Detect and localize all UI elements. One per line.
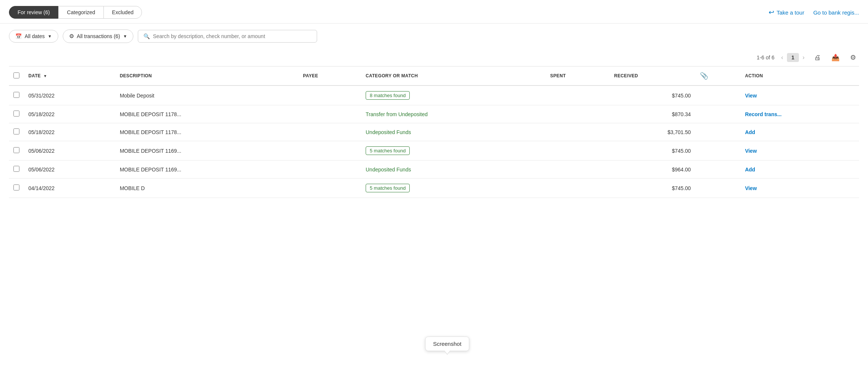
go-to-bank-link[interactable]: Go to bank regis...	[813, 9, 859, 16]
row-attachment-5	[695, 179, 741, 198]
row-payee-4	[298, 161, 361, 179]
row-checkbox-4[interactable]	[13, 166, 19, 172]
matches-badge-5[interactable]: 5 matches found	[366, 184, 410, 192]
action-link-2[interactable]: Add	[745, 129, 755, 135]
take-tour-link[interactable]: ↩ Take a tour	[769, 8, 804, 16]
table-row: 05/18/2022MOBILE DEPOSIT 1178...Undeposi…	[9, 123, 859, 141]
row-description-2: MOBILE DEPOSIT 1178...	[115, 123, 299, 141]
transactions-table: DATE ▼ DESCRIPTION PAYEE CATEGORY OR MAT…	[9, 66, 859, 198]
matches-badge-3[interactable]: 5 matches found	[366, 146, 410, 155]
row-action-2: Add	[741, 123, 859, 141]
action-link-4[interactable]: Add	[745, 167, 755, 173]
table-row: 05/06/2022MOBILE DEPOSIT 1169...5 matche…	[9, 141, 859, 161]
chevron-down-icon-2: ▼	[123, 34, 127, 38]
tour-icon: ↩	[769, 8, 774, 16]
calendar-icon: 📅	[15, 33, 22, 39]
row-checkbox-1[interactable]	[13, 111, 19, 117]
row-attachment-0	[695, 86, 741, 105]
page-range: 1-6 of 6	[757, 55, 774, 61]
date-filter-label: All dates	[25, 33, 45, 39]
export-button[interactable]: 📤	[828, 52, 843, 63]
row-category-3[interactable]: 5 matches found	[361, 141, 546, 161]
row-description-3: MOBILE DEPOSIT 1169...	[115, 141, 299, 161]
row-date-2: 05/18/2022	[24, 123, 115, 141]
row-date-0: 05/31/2022	[24, 86, 115, 105]
action-link-3[interactable]: View	[745, 148, 757, 154]
row-category-5[interactable]: 5 matches found	[361, 179, 546, 198]
row-attachment-4	[695, 161, 741, 179]
tab-categorized[interactable]: Categorized	[58, 6, 104, 19]
row-spent-2	[546, 123, 610, 141]
row-description-5: MOBILE D	[115, 179, 299, 198]
row-checkbox-2[interactable]	[13, 128, 19, 134]
row-received-2: $3,701.50	[610, 123, 695, 141]
row-checkbox-cell	[9, 105, 24, 123]
row-date-4: 05/06/2022	[24, 161, 115, 179]
table-row: 05/18/2022MOBILE DEPOSIT 1178...Transfer…	[9, 105, 859, 123]
row-checkbox-cell	[9, 86, 24, 105]
row-received-0: $745.00	[610, 86, 695, 105]
transactions-filter-button[interactable]: ⚙ All transactions (6) ▼	[63, 30, 134, 43]
transactions-table-container: DATE ▼ DESCRIPTION PAYEE CATEGORY OR MAT…	[0, 66, 868, 198]
row-action-4: Add	[741, 161, 859, 179]
table-settings-button[interactable]: ⚙	[847, 52, 859, 63]
row-received-4: $964.00	[610, 161, 695, 179]
th-spent: SPENT	[546, 66, 610, 86]
table-header-row: DATE ▼ DESCRIPTION PAYEE CATEGORY OR MAT…	[9, 66, 859, 86]
row-date-3: 05/06/2022	[24, 141, 115, 161]
th-attachment: 📎	[695, 66, 741, 86]
row-category-0[interactable]: 8 matches found	[361, 86, 546, 105]
select-all-checkbox[interactable]	[13, 72, 19, 78]
row-spent-3	[546, 141, 610, 161]
row-spent-0	[546, 86, 610, 105]
row-attachment-3	[695, 141, 741, 161]
row-checkbox-cell	[9, 123, 24, 141]
row-checkbox-3[interactable]	[13, 147, 19, 153]
row-checkbox-5[interactable]	[13, 184, 19, 190]
row-received-1: $870.34	[610, 105, 695, 123]
th-date[interactable]: DATE ▼	[24, 66, 115, 86]
print-button[interactable]: 🖨	[811, 52, 824, 63]
sort-icon: ▼	[43, 74, 47, 78]
pagination-bar: 1-6 of 6 ‹ 1 › 🖨 📤 ⚙	[0, 49, 868, 66]
row-description-0: Mobile Deposit	[115, 86, 299, 105]
action-link-0[interactable]: View	[745, 93, 757, 99]
matches-badge-0[interactable]: 8 matches found	[366, 91, 410, 100]
row-date-5: 04/14/2022	[24, 179, 115, 198]
row-payee-5	[298, 179, 361, 198]
row-checkbox-cell	[9, 161, 24, 179]
tab-group: For review (6) Categorized Excluded	[9, 6, 142, 19]
current-page[interactable]: 1	[787, 53, 799, 62]
row-payee-1	[298, 105, 361, 123]
search-icon: 🔍	[143, 33, 150, 39]
chevron-down-icon: ▼	[48, 34, 52, 38]
action-link-1[interactable]: Record trans...	[745, 111, 782, 117]
th-category: CATEGORY OR MATCH	[361, 66, 546, 86]
date-filter-button[interactable]: 📅 All dates ▼	[9, 30, 58, 43]
prev-page-button[interactable]: ‹	[779, 53, 785, 62]
row-category-1: Transfer from Undeposited	[361, 105, 546, 123]
action-link-5[interactable]: View	[745, 185, 757, 191]
filter-icon: ⚙	[69, 33, 74, 40]
table-row: 04/14/2022MOBILE D5 matches found$745.00…	[9, 179, 859, 198]
table-row: 05/06/2022MOBILE DEPOSIT 1169...Undeposi…	[9, 161, 859, 179]
search-container: 🔍	[138, 30, 317, 43]
search-input[interactable]	[153, 33, 311, 39]
row-payee-3	[298, 141, 361, 161]
row-payee-2	[298, 123, 361, 141]
th-description: DESCRIPTION	[115, 66, 299, 86]
row-checkbox-0[interactable]	[13, 92, 19, 98]
row-received-3: $745.00	[610, 141, 695, 161]
take-tour-label: Take a tour	[776, 9, 804, 16]
th-received: RECEIVED	[610, 66, 695, 86]
next-page-button[interactable]: ›	[800, 53, 807, 62]
row-spent-4	[546, 161, 610, 179]
tab-excluded[interactable]: Excluded	[103, 6, 142, 19]
row-category-2: Undeposited Funds	[361, 123, 546, 141]
select-all-cell	[9, 66, 24, 86]
top-bar: For review (6) Categorized Excluded ↩ Ta…	[0, 0, 868, 24]
transactions-filter-label: All transactions (6)	[77, 33, 120, 39]
row-received-5: $745.00	[610, 179, 695, 198]
tab-for-review[interactable]: For review (6)	[9, 6, 58, 19]
row-attachment-1	[695, 105, 741, 123]
